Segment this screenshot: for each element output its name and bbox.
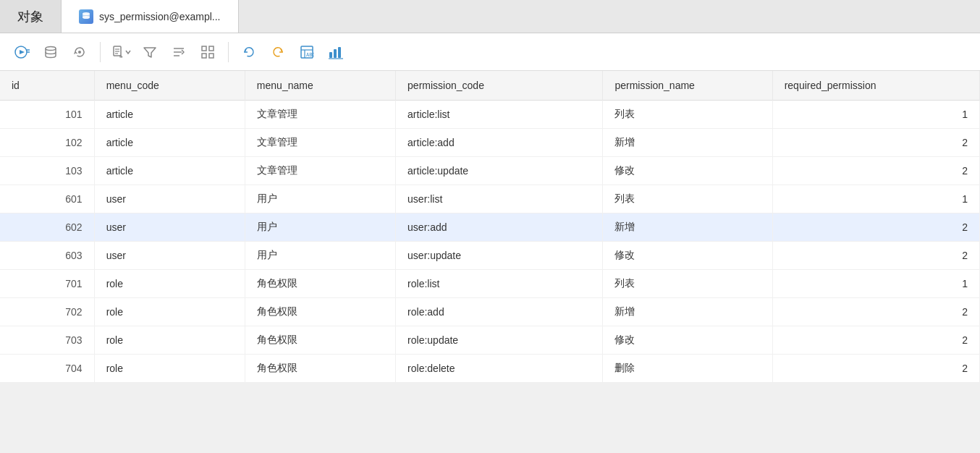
cell-id[interactable]: 701: [0, 270, 94, 298]
filter-button[interactable]: [137, 39, 163, 65]
cell-menu_code[interactable]: role: [94, 270, 245, 298]
cell-permission_code[interactable]: article:add: [396, 129, 603, 157]
cell-id[interactable]: 101: [0, 101, 94, 129]
grid-button[interactable]: [195, 39, 221, 65]
cell-permission_name[interactable]: 列表: [603, 185, 772, 213]
cell-required_permission[interactable]: 2: [772, 157, 979, 185]
tab-title: sys_permission@exampl...: [99, 11, 221, 22]
cell-menu_name[interactable]: 文章管理: [245, 101, 395, 129]
cell-required_permission[interactable]: 2: [772, 355, 979, 383]
cell-id[interactable]: 703: [0, 326, 94, 355]
cell-required_permission[interactable]: 2: [772, 129, 979, 157]
cell-menu_name[interactable]: 文章管理: [245, 129, 395, 157]
cell-menu_code[interactable]: role: [94, 298, 245, 326]
table-row[interactable]: 603user用户user:update修改2: [0, 242, 980, 270]
run-button[interactable]: [9, 39, 35, 65]
table-row[interactable]: 102article文章管理article:add新增2: [0, 129, 980, 157]
table-row[interactable]: 103article文章管理article:update修改2: [0, 157, 980, 185]
cell-menu_code[interactable]: user: [94, 213, 245, 242]
cell-id[interactable]: 704: [0, 355, 94, 383]
table-view-button[interactable]: ABC: [294, 39, 320, 65]
cell-menu_name[interactable]: 用户: [245, 185, 395, 213]
svg-rect-26: [338, 47, 341, 58]
cell-id[interactable]: 603: [0, 242, 94, 270]
cell-required_permission[interactable]: 2: [772, 298, 979, 326]
cell-permission_name[interactable]: 列表: [603, 270, 772, 298]
run-icon: [14, 44, 30, 60]
cell-permission_code[interactable]: user:list: [396, 185, 603, 213]
cell-permission_name[interactable]: 新增: [603, 213, 772, 242]
cell-required_permission[interactable]: 1: [772, 270, 979, 298]
cell-permission_name[interactable]: 修改: [603, 242, 772, 270]
table-row[interactable]: 702role角色权限role:add新增2: [0, 298, 980, 326]
cell-required_permission[interactable]: 2: [772, 326, 979, 355]
cell-id[interactable]: 602: [0, 213, 94, 242]
cell-permission_code[interactable]: role:list: [396, 270, 603, 298]
chevron-down-icon: [125, 49, 131, 55]
cell-menu_code[interactable]: article: [94, 157, 245, 185]
cell-permission_name[interactable]: 新增: [603, 298, 772, 326]
cell-menu_name[interactable]: 角色权限: [245, 326, 395, 355]
active-tab[interactable]: sys_permission@exampl...: [62, 0, 239, 33]
chart-button[interactable]: [323, 39, 349, 65]
col-header-permission-code[interactable]: permission_code: [396, 71, 603, 101]
table-row[interactable]: 703role角色权限role:update修改2: [0, 326, 980, 355]
cell-permission_name[interactable]: 删除: [603, 355, 772, 383]
col-header-permission-name[interactable]: permission_name: [603, 71, 772, 101]
cell-id[interactable]: 702: [0, 298, 94, 326]
col-header-required-permission[interactable]: required_permission: [772, 71, 979, 101]
undo-button[interactable]: [236, 39, 262, 65]
cell-menu_code[interactable]: role: [94, 355, 245, 383]
cell-permission_name[interactable]: 新增: [603, 129, 772, 157]
top-bar: 对象 sys_permission@exampl...: [0, 0, 980, 33]
svg-rect-18: [202, 54, 206, 58]
refresh-button[interactable]: [67, 39, 93, 65]
cell-menu_code[interactable]: article: [94, 101, 245, 129]
cell-required_permission[interactable]: 1: [772, 101, 979, 129]
cell-menu_name[interactable]: 角色权限: [245, 270, 395, 298]
col-header-id[interactable]: id: [0, 71, 94, 101]
cell-permission_code[interactable]: article:list: [396, 101, 603, 129]
objects-label: 对象: [0, 0, 62, 33]
cell-menu_name[interactable]: 角色权限: [245, 298, 395, 326]
col-header-menu-name[interactable]: menu_name: [245, 71, 395, 101]
table-row[interactable]: 101article文章管理article:list列表1: [0, 101, 980, 129]
cell-permission_code[interactable]: role:update: [396, 326, 603, 355]
cell-permission_code[interactable]: user:update: [396, 242, 603, 270]
cell-permission_code[interactable]: user:add: [396, 213, 603, 242]
col-header-menu-code[interactable]: menu_code: [94, 71, 245, 101]
cell-menu_code[interactable]: user: [94, 185, 245, 213]
cell-menu_name[interactable]: 文章管理: [245, 157, 395, 185]
cell-menu_name[interactable]: 用户: [245, 213, 395, 242]
sort-button[interactable]: [166, 39, 192, 65]
cell-menu_name[interactable]: 角色权限: [245, 355, 395, 383]
cell-required_permission[interactable]: 2: [772, 213, 979, 242]
sort-icon: [172, 45, 186, 59]
cell-menu_code[interactable]: role: [94, 326, 245, 355]
table-row[interactable]: 704role角色权限role:delete删除2: [0, 355, 980, 383]
cell-id[interactable]: 102: [0, 129, 94, 157]
table-row[interactable]: 602user用户user:add新增2: [0, 213, 980, 242]
table-row[interactable]: 701role角色权限role:list列表1: [0, 270, 980, 298]
cell-required_permission[interactable]: 1: [772, 185, 979, 213]
cell-id[interactable]: 601: [0, 185, 94, 213]
cell-required_permission[interactable]: 2: [772, 242, 979, 270]
cell-menu_name[interactable]: 用户: [245, 242, 395, 270]
redo-button[interactable]: [265, 39, 291, 65]
cell-menu_code[interactable]: user: [94, 242, 245, 270]
cell-permission_code[interactable]: article:update: [396, 157, 603, 185]
toolbar: ABC: [0, 33, 980, 71]
cell-permission_code[interactable]: role:delete: [396, 355, 603, 383]
document-button[interactable]: [108, 39, 134, 65]
svg-rect-17: [209, 46, 214, 51]
cell-permission_name[interactable]: 列表: [603, 101, 772, 129]
cell-permission_name[interactable]: 修改: [603, 157, 772, 185]
cell-menu_code[interactable]: article: [94, 129, 245, 157]
database-button[interactable]: [38, 39, 64, 65]
divider-2: [228, 42, 229, 62]
table-row[interactable]: 601user用户user:list列表1: [0, 185, 980, 213]
cell-id[interactable]: 103: [0, 157, 94, 185]
cell-permission_code[interactable]: role:add: [396, 298, 603, 326]
cell-permission_name[interactable]: 修改: [603, 326, 772, 355]
table-header-row: id menu_code menu_name permission_code p…: [0, 71, 980, 101]
